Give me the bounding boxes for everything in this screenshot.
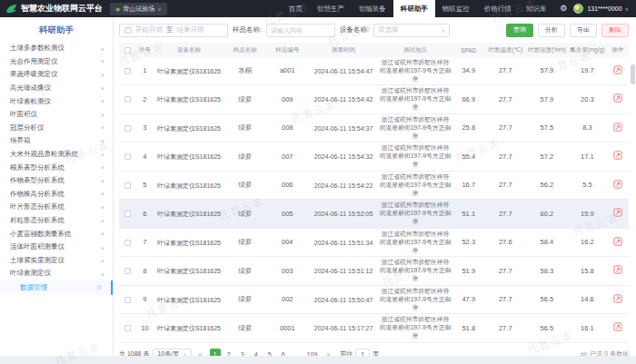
table-row[interactable]: 2叶绿素测定仪S181625绿萝0092024-06-11 15:54:42浙江… bbox=[119, 85, 629, 113]
nav-item[interactable]: 智能装备 bbox=[352, 0, 393, 17]
nav-item[interactable]: 智慧生产 bbox=[310, 0, 352, 17]
cell-humidity: 57.9 bbox=[526, 57, 569, 85]
sidebar-item[interactable]: 根系表型分析系统∨ bbox=[0, 161, 113, 174]
table-row[interactable]: 9叶绿素测定仪S181625绿萝0022024-06-11 15:50:47浙江… bbox=[119, 285, 629, 313]
sidebar-item[interactable]: 培养箱∨ bbox=[0, 134, 113, 148]
view-report-button[interactable] bbox=[613, 294, 622, 303]
row-checkbox[interactable] bbox=[124, 68, 131, 74]
table-row[interactable]: 4叶绿素测定仪S181625绿萝0072024-06-11 15:54:32浙江… bbox=[119, 143, 629, 171]
cell-nitrogen: 15.9 bbox=[568, 200, 607, 228]
col-device: 设备名称 bbox=[154, 43, 224, 57]
device-name-label: 设备名称: bbox=[340, 25, 369, 34]
view-report-button[interactable] bbox=[613, 265, 622, 274]
table-row[interactable]: 8叶绿素测定仪S181625绿萝0032024-06-11 15:51:12浙江… bbox=[119, 257, 629, 285]
cell-spad: 51.8 bbox=[452, 314, 485, 342]
row-checkbox[interactable] bbox=[124, 182, 131, 189]
cell-nitrogen: 17.1 bbox=[568, 143, 607, 171]
sidebar-item[interactable]: 籽粒形态分析系统∨ bbox=[0, 214, 113, 228]
table-row[interactable]: 1叶绿素测定仪S181625水稻a0012024-06-11 15:54:47浙… bbox=[119, 57, 629, 85]
cell-code: 009 bbox=[266, 85, 309, 113]
chevron-down-icon: ∨ bbox=[101, 218, 104, 223]
sidebar-subitem-data-management[interactable]: 数据管理☆ bbox=[0, 280, 113, 295]
date-range-picker[interactable]: 开始日期 至 结束日期 bbox=[119, 24, 228, 37]
sidebar-item[interactable]: 大米外观品质检测系统∨ bbox=[0, 148, 113, 162]
row-checkbox[interactable] bbox=[124, 240, 131, 246]
cell-temp: 27.7 bbox=[485, 57, 526, 85]
sidebar-item[interactable]: 土壤紧实度测定仪∨ bbox=[0, 254, 113, 268]
row-checkbox[interactable] bbox=[124, 268, 131, 274]
cell-no: 1 bbox=[135, 57, 154, 85]
col-location: 测试地点 bbox=[379, 43, 452, 57]
chevron-down-icon: ∨ bbox=[101, 244, 104, 250]
cell-sample: 绿萝 bbox=[224, 257, 266, 285]
table-row[interactable]: 10叶绿素测定仪S181625绿萝00012024-06-11 15:17:27… bbox=[119, 314, 629, 342]
export-button[interactable]: 导出 bbox=[570, 24, 597, 37]
nav-item[interactable]: 物联监控 bbox=[435, 0, 477, 17]
col-temp: 叶面温度(℃) bbox=[485, 43, 526, 57]
view-report-button[interactable] bbox=[613, 123, 622, 132]
delete-button[interactable]: 删除 bbox=[601, 24, 629, 37]
sidebar-item[interactable]: 高光谱成像仪∨ bbox=[0, 82, 113, 95]
cell-sample: 绿萝 bbox=[224, 285, 266, 313]
nav-item[interactable]: 科研助手 bbox=[393, 0, 435, 17]
view-report-button[interactable] bbox=[613, 151, 622, 160]
sidebar-item[interactable]: 冠层分析仪∨ bbox=[0, 122, 113, 135]
sidebar-item[interactable]: 果蔬呼吸测定仪∨ bbox=[0, 68, 113, 82]
sidebar-title: 科研助手 bbox=[0, 22, 113, 42]
query-button[interactable]: 查询 bbox=[506, 24, 533, 37]
sidebar-item[interactable]: 叶绿素检测仪∨ bbox=[0, 94, 113, 108]
view-report-button[interactable] bbox=[613, 180, 622, 189]
table-row[interactable]: 6叶绿素测定仪S181625绿萝0052024-06-11 15:52:05浙江… bbox=[119, 200, 629, 228]
row-checkbox[interactable] bbox=[124, 325, 131, 331]
sample-name-label: 样品名称: bbox=[233, 25, 262, 34]
cell-sample: 绿萝 bbox=[224, 171, 266, 199]
sidebar-item[interactable]: 作物表型分析系统∨ bbox=[0, 174, 113, 188]
table-row[interactable]: 7叶绿素测定仪S181625绿萝0042024-06-11 15:51:34浙江… bbox=[119, 228, 629, 256]
sidebar-item[interactable]: 叶片形态分析系统∨ bbox=[0, 201, 113, 214]
sample-name-input[interactable] bbox=[266, 24, 335, 37]
row-checkbox[interactable] bbox=[124, 153, 131, 160]
site-selector[interactable]: ◉ 青山试验场 ∨ bbox=[110, 3, 167, 15]
cell-humidity: 57.5 bbox=[526, 113, 569, 142]
avatar[interactable] bbox=[573, 4, 583, 14]
sidebar-item[interactable]: 小麦亩穗数测量系统∨ bbox=[0, 227, 113, 241]
sidebar-item[interactable]: 活体叶面积测量仪∨ bbox=[0, 241, 113, 254]
cell-no: 2 bbox=[135, 85, 154, 113]
cell-spad: 55.4 bbox=[452, 143, 485, 171]
row-checkbox[interactable] bbox=[124, 297, 131, 303]
view-report-button[interactable] bbox=[613, 237, 622, 246]
table-row[interactable]: 3叶绿素测定仪S181625绿萝0082024-06-11 15:54:37浙江… bbox=[119, 113, 629, 142]
sidebar-item[interactable]: 光合作用测定仪∨ bbox=[0, 55, 113, 69]
table-row[interactable]: 5叶绿素测定仪S181625绿萝0062024-06-11 15:54:22浙江… bbox=[119, 171, 629, 199]
view-report-button[interactable] bbox=[613, 93, 622, 103]
select-all-checkbox[interactable] bbox=[124, 47, 131, 54]
cell-spad: 51.9 bbox=[452, 257, 485, 285]
sidebar-item[interactable]: 叶面积仪∨ bbox=[0, 108, 113, 122]
sidebar-item[interactable]: 土壤多参数检测仪∨ bbox=[0, 42, 113, 55]
view-report-button[interactable] bbox=[613, 322, 622, 331]
view-report-button[interactable] bbox=[613, 208, 622, 217]
scrollbar-thumb[interactable] bbox=[631, 64, 635, 84]
nav-item[interactable]: 知识库 bbox=[519, 0, 554, 17]
cell-no: 6 bbox=[135, 200, 154, 228]
gear-icon[interactable]: ⚙ bbox=[560, 0, 567, 17]
sidebar-item-label: 籽粒形态分析系统 bbox=[10, 216, 65, 225]
favorite-star-icon[interactable]: ☆ bbox=[96, 283, 103, 291]
row-checkbox[interactable] bbox=[124, 96, 131, 103]
device-select[interactable]: 请选择 ∨ bbox=[373, 24, 450, 37]
cell-device: 叶绿素测定仪S181625 bbox=[154, 171, 224, 199]
nav-item[interactable]: 价格行情 bbox=[477, 0, 519, 17]
row-checkbox[interactable] bbox=[124, 211, 131, 217]
view-report-button[interactable] bbox=[613, 65, 622, 74]
nav-item[interactable]: 首页 bbox=[282, 0, 310, 17]
cell-spad: 52.3 bbox=[452, 228, 485, 256]
analyze-button[interactable]: 分析 bbox=[538, 24, 565, 37]
sidebar-item[interactable]: 作物株高分析系统∨ bbox=[0, 188, 113, 202]
cell-spad: 34.9 bbox=[452, 57, 485, 85]
user-menu-chevron-icon[interactable]: ∨ bbox=[625, 5, 629, 12]
sidebar-item[interactable]: 叶绿素测定仪∧ bbox=[0, 267, 113, 280]
cell-temp: 27.6 bbox=[485, 228, 526, 256]
sidebar-item-label: 作物株高分析系统 bbox=[10, 190, 65, 199]
row-checkbox[interactable] bbox=[124, 125, 131, 132]
cell-humidity: 60.2 bbox=[526, 200, 569, 228]
